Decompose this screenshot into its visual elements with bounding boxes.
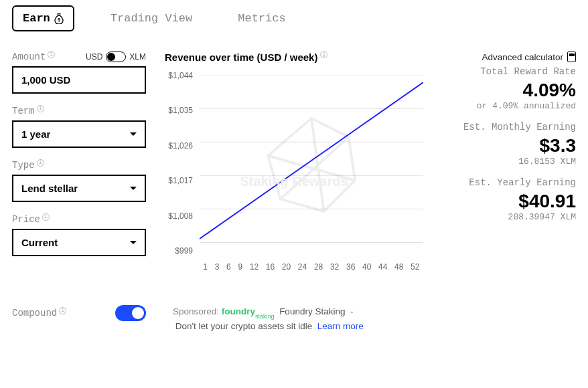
sponsor-logo: foundrystaking [222, 306, 275, 316]
tab-metrics-label: Metrics [238, 12, 285, 25]
amount-input[interactable] [12, 66, 146, 94]
footer-row: Compound i Sponsored: foundrystaking Fou… [12, 305, 576, 333]
currency-toggle[interactable]: USD XLM [86, 52, 146, 62]
total-rate-sub: or 4.09% annualized [442, 101, 576, 111]
sponsor-name: Foundry Staking [279, 306, 345, 316]
metrics-column: Advanced calculator Total Reward Rate 4.… [442, 52, 576, 272]
compound-control: Compound i [12, 305, 146, 321]
info-icon[interactable]: i [48, 51, 55, 58]
chart-line [200, 82, 423, 239]
chart-area: $1,044 $1,035 $1,026 $1,017 $1,008 $999 [165, 71, 423, 272]
tab-trading-view-label: Trading View [111, 12, 192, 25]
chevron-down-icon [130, 241, 137, 244]
money-bag-icon: $ [54, 13, 64, 24]
info-icon[interactable]: i [37, 159, 44, 167]
tab-metrics[interactable]: Metrics [228, 7, 295, 30]
chevron-down-icon [130, 132, 137, 136]
amount-label: Amount i [12, 52, 55, 62]
monthly-value: $3.3 [442, 135, 576, 157]
toggle-pill[interactable] [106, 52, 126, 62]
term-label: Term i [12, 106, 44, 116]
form-column: Amount i USD XLM Term i 1 year [12, 52, 146, 272]
compound-toggle[interactable] [115, 305, 146, 321]
learn-more-link[interactable]: Learn more [317, 321, 364, 331]
yearly-sub: 208.39947 XLM [442, 212, 576, 222]
chart-plot [200, 75, 423, 243]
currency-usd-label: USD [86, 52, 102, 62]
y-axis: $1,044 $1,035 $1,026 $1,017 $1,008 $999 [165, 71, 197, 256]
price-select[interactable]: Current [12, 229, 146, 256]
price-value: Current [21, 237, 58, 248]
chart-title: Revenue over time (USD / week) i [165, 52, 423, 63]
x-axis: 1 3 6 9 12 16 20 24 28 32 36 40 44 48 52 [200, 262, 423, 272]
term-value: 1 year [21, 128, 50, 140]
tab-trading-view[interactable]: Trading View [101, 7, 202, 30]
type-label: Type i [12, 160, 44, 171]
yearly-label: Est. Yearly Earning [442, 177, 576, 188]
type-select[interactable]: Lend stellar [12, 175, 146, 202]
svg-text:$: $ [58, 17, 60, 23]
sponsor-tagline: Don't let your crypto assets sit idle [175, 321, 312, 331]
monthly-label: Est. Monthly Earning [442, 122, 576, 132]
currency-xlm-label: XLM [129, 52, 146, 62]
tab-earn[interactable]: Earn $ [12, 5, 74, 31]
info-icon[interactable]: i [320, 51, 327, 58]
type-value: Lend stellar [21, 183, 78, 194]
sponsor-box: Sponsored: foundrystaking Foundry Stakin… [173, 305, 374, 333]
yearly-value: $40.91 [442, 191, 576, 212]
price-label: Price i [12, 214, 50, 225]
monthly-sub: 16.8153 XLM [442, 157, 576, 167]
advanced-calculator-link[interactable]: Advanced calculator [442, 52, 576, 62]
chevron-down-icon [130, 187, 137, 190]
total-rate-label: Total Reward Rate [442, 66, 576, 77]
info-icon[interactable]: i [42, 213, 50, 221]
info-icon[interactable]: i [59, 307, 66, 314]
info-icon[interactable]: i [37, 105, 44, 112]
compound-label: Compound i [12, 308, 66, 318]
term-select[interactable]: 1 year [12, 120, 146, 148]
chart-column: Revenue over time (USD / week) i $1,044 … [165, 52, 423, 272]
sponsored-label: Sponsored: [173, 306, 219, 316]
calculator-icon [567, 52, 576, 62]
tabs: Earn $ Trading View Metrics [12, 5, 576, 31]
total-rate-value: 4.09% [442, 80, 576, 101]
tab-earn-label: Earn [23, 12, 50, 25]
